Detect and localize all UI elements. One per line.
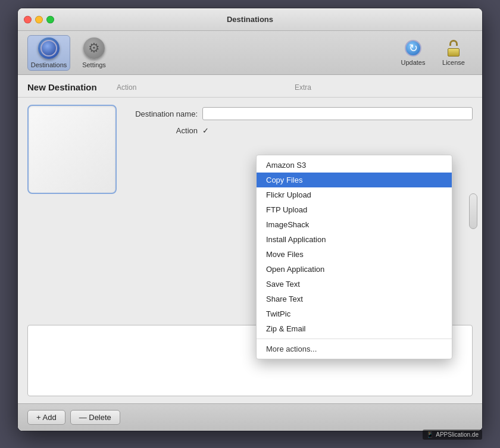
bottom-bar: + Add — Delete	[18, 403, 482, 431]
name-label: Destination name:	[126, 109, 198, 118]
dropdown-item-move-files[interactable]: Move Files	[257, 247, 452, 262]
updates-icon: ↻	[405, 40, 421, 57]
name-row: Destination name:	[126, 107, 473, 120]
globe-icon	[40, 40, 57, 57]
dropdown-item-twitpic[interactable]: TwitPic	[257, 306, 452, 321]
action-label: Action	[126, 126, 198, 135]
dropdown-item-copy-files[interactable]: Copy Files	[257, 173, 452, 187]
minimize-button[interactable]	[35, 15, 43, 23]
maximize-button[interactable]	[46, 15, 54, 23]
col-header-action: Action	[117, 83, 295, 92]
toolbar-settings-label: Settings	[82, 61, 106, 68]
toolbar-item-license[interactable]: License	[435, 35, 473, 71]
toolbar-updates-label: Updates	[401, 59, 426, 66]
dropdown-item-flickr-upload[interactable]: Flickr Upload	[257, 187, 452, 202]
dropdown-item-zip-email[interactable]: Zip & Email	[257, 321, 452, 336]
watermark-text: APPSlication.de	[436, 431, 479, 438]
toolbar: Destinations ⚙ Settings ↻ Updates Licens…	[18, 31, 482, 75]
toolbar-license-label: License	[442, 59, 465, 66]
destination-name-input[interactable]	[202, 107, 473, 120]
section-header: New Destination Action Extra	[18, 75, 482, 98]
destinations-icon	[38, 37, 60, 59]
toolbar-item-updates[interactable]: ↻ Updates	[394, 35, 432, 71]
watermark-logo: 📱	[426, 431, 433, 438]
checkmark-icon: ✓	[202, 126, 209, 135]
dropdown-item-install-application[interactable]: Install Application	[257, 232, 452, 247]
toolbar-item-destinations[interactable]: Destinations	[27, 35, 70, 71]
dropdown-item-ftp-upload[interactable]: FTP Upload	[257, 202, 452, 217]
license-icon	[446, 40, 461, 57]
delete-button[interactable]: — Delete	[70, 410, 120, 425]
col-header-extra: Extra	[295, 83, 473, 92]
section-title: New Destination	[27, 82, 105, 92]
window-title: Destinations	[227, 15, 273, 24]
dropdown-item-open-application[interactable]: Open Application	[257, 262, 452, 277]
scrollbar[interactable]	[469, 193, 477, 229]
dropdown-divider	[257, 339, 452, 339]
dropdown-item-share-text[interactable]: Share Text	[257, 292, 452, 306]
dropdown-item-more-actions[interactable]: More actions...	[257, 342, 452, 356]
window-controls	[24, 15, 54, 23]
form-area: Destination name: Action ✓	[126, 105, 473, 135]
column-headers: Action Extra	[117, 83, 473, 92]
dropdown-item-imageshack[interactable]: ImageShack	[257, 217, 452, 232]
titlebar: Destinations	[18, 8, 482, 31]
action-row: Action ✓	[126, 126, 473, 135]
add-button[interactable]: + Add	[27, 410, 65, 425]
watermark: 📱 APPSlication.de	[423, 430, 482, 440]
destination-image-box	[27, 105, 117, 194]
toolbar-destinations-label: Destinations	[31, 61, 67, 68]
settings-icon: ⚙	[83, 37, 105, 59]
toolbar-item-settings[interactable]: ⚙ Settings	[73, 35, 115, 71]
close-button[interactable]	[24, 15, 32, 23]
dropdown-item-amazon-s3[interactable]: Amazon S3	[257, 158, 452, 173]
dropdown-item-save-text[interactable]: Save Text	[257, 277, 452, 292]
action-dropdown[interactable]: Amazon S3 Copy Files Flickr Upload FTP U…	[256, 155, 452, 359]
